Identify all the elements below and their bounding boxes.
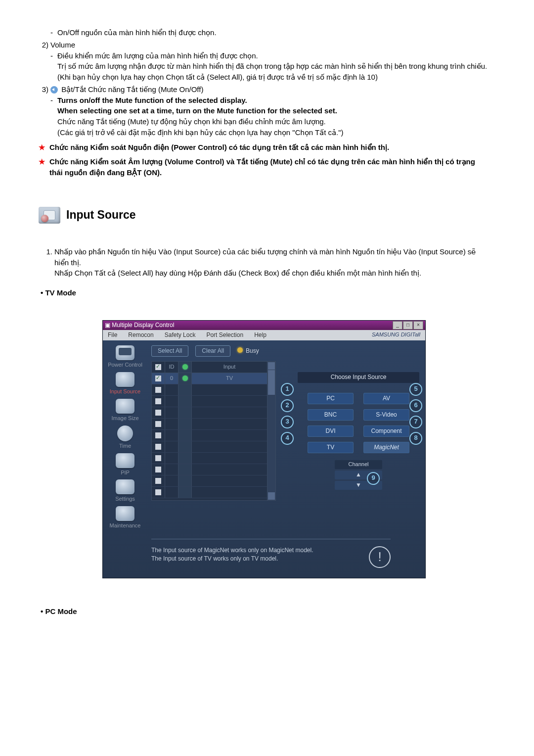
li1-b: Nhấp Chọn Tất cả (Select All) hay dùng H… xyxy=(54,268,490,279)
table-row[interactable] xyxy=(152,407,267,419)
item3-sub2: (Các giá trị trở về cài đặt mặc định khi… xyxy=(50,127,490,138)
col-id: ID xyxy=(165,362,178,373)
source-pc[interactable]: PC xyxy=(308,393,354,404)
input-source-side-icon xyxy=(116,372,134,387)
item2-dash: Điều khiển mức âm lượng của màn hình hiể… xyxy=(57,50,490,61)
menu-help[interactable]: Help xyxy=(254,331,267,339)
source-av[interactable]: AV xyxy=(363,393,409,404)
pc-mode-label: • PC Mode xyxy=(39,606,490,617)
callout-2: 2 xyxy=(281,399,294,412)
source-magicnet[interactable]: MagicNet xyxy=(363,442,409,453)
source-bnc[interactable]: BNC xyxy=(308,409,354,421)
grid-scrollbar[interactable] xyxy=(267,361,276,501)
row-checkbox[interactable] xyxy=(155,467,161,472)
list-item-2: 2) Volume -Điều khiển mức âm lượng của m… xyxy=(39,40,490,83)
pip-icon xyxy=(116,453,134,468)
dash: - xyxy=(50,95,57,106)
menu-port-selection[interactable]: Port Selection xyxy=(206,331,243,339)
tv-mode-label: • TV Mode xyxy=(39,287,490,298)
table-row[interactable] xyxy=(152,453,267,464)
menu-safety-lock[interactable]: Safety Lock xyxy=(165,331,196,339)
row-checkbox[interactable] xyxy=(155,410,161,416)
source-svideo[interactable]: S-Video xyxy=(363,409,409,421)
brand-label: SAMSUNG DIGITall xyxy=(372,331,420,339)
row-checkbox[interactable] xyxy=(155,455,161,461)
minimize-button[interactable]: _ xyxy=(393,321,402,330)
li1-a: Nhấp vào phần Nguồn tín hiệu Vào (Input … xyxy=(54,246,490,268)
sidebar-item-time[interactable]: Time xyxy=(104,425,146,450)
callout-5: 5 xyxy=(409,383,422,396)
table-row[interactable] xyxy=(152,419,267,430)
mute-icon xyxy=(50,86,58,94)
dash: - xyxy=(50,27,57,38)
list-item-3: 3) Bật/Tắt Chức năng Tắt tiếng (Mute On/… xyxy=(39,84,490,138)
row-checkbox[interactable] xyxy=(155,478,161,484)
maintenance-icon xyxy=(116,506,134,521)
row-checkbox[interactable] xyxy=(155,421,161,427)
input-source-panel: Choose Input Source PC AV BNC S-Video DV… xyxy=(298,372,419,490)
section-title: Input Source xyxy=(66,207,136,223)
row-checkbox[interactable] xyxy=(155,444,161,450)
input-source-icon xyxy=(39,207,60,224)
settings-icon xyxy=(116,479,134,494)
window-titlebar: ▣ Multiple Display Control _ □ × xyxy=(103,321,425,330)
item3-dash1: Turns on/off the Mute function of the se… xyxy=(57,95,490,106)
item2-title: Volume xyxy=(50,40,490,50)
sidebar-item-pip[interactable]: PIP xyxy=(104,453,146,477)
busy-indicator: Busy xyxy=(237,347,259,355)
item2-sub2: (Khi bạn hủy chọn lựa hay chọn Chọn tất … xyxy=(50,72,490,83)
num-2: 2) xyxy=(39,40,50,50)
warning-icon: ! xyxy=(369,546,391,568)
row-checkbox[interactable] xyxy=(155,376,161,381)
item3-dash2: When selecting one set at a time, turn o… xyxy=(50,105,490,116)
select-all-button[interactable]: Select All xyxy=(151,345,188,357)
star-note-2: ★ Chức năng Kiểm soát Âm lượng (Volume C… xyxy=(39,156,490,178)
table-row[interactable] xyxy=(152,487,267,498)
close-button[interactable]: × xyxy=(413,321,423,330)
clear-all-button[interactable]: Clear All xyxy=(195,345,230,357)
scroll-down-button[interactable] xyxy=(268,492,275,500)
source-component[interactable]: Component xyxy=(363,425,409,437)
table-row[interactable] xyxy=(152,384,267,396)
row-checkbox[interactable] xyxy=(155,489,161,495)
row-checkbox[interactable] xyxy=(155,387,161,393)
sidebar: Power Control Input Source Image Size Ti… xyxy=(104,342,146,576)
table-row[interactable] xyxy=(152,441,267,453)
col-status xyxy=(178,362,192,373)
text-onoff: On/Off nguồn của màn hình hiển thị được … xyxy=(57,27,490,38)
menu-remocon[interactable]: Remocon xyxy=(128,331,153,339)
sidebar-item-input-source[interactable]: Input Source xyxy=(104,372,146,396)
table-row[interactable] xyxy=(152,464,267,475)
channel-label: Channel xyxy=(335,460,382,469)
table-row[interactable] xyxy=(152,396,267,407)
star-note-1: ★ Chức năng Kiểm soát Nguồn điện (Power … xyxy=(39,142,490,153)
callout-6: 6 xyxy=(409,399,422,412)
source-tv[interactable]: TV xyxy=(308,442,354,453)
source-dvi[interactable]: DVI xyxy=(308,425,354,437)
col-input: Input xyxy=(192,362,267,373)
item3-sub1: Chức năng Tắt tiếng (Mute) tự động hủy c… xyxy=(50,116,490,127)
table-row[interactable] xyxy=(152,430,267,441)
panel-header: Choose Input Source xyxy=(298,372,419,383)
footer-note: The Input source of MagicNet works only … xyxy=(151,539,391,568)
row-checkbox[interactable] xyxy=(155,432,161,438)
maximize-button[interactable]: □ xyxy=(403,321,413,330)
scroll-thumb[interactable] xyxy=(268,370,275,395)
menubar: File Remocon Safety Lock Port Selection … xyxy=(103,330,425,340)
table-row[interactable] xyxy=(152,475,267,487)
table-row[interactable]: 0 TV xyxy=(152,373,267,384)
menu-file[interactable]: File xyxy=(108,331,117,339)
callout-7: 7 xyxy=(409,416,422,428)
star-icon: ★ xyxy=(39,156,49,167)
sidebar-item-image-size[interactable]: Image Size xyxy=(104,399,146,423)
row-checkbox[interactable] xyxy=(155,398,161,404)
scroll-up-button[interactable] xyxy=(268,362,275,370)
app-screenshot: ▣ Multiple Display Control _ □ × File Re… xyxy=(102,320,426,578)
sidebar-item-maintenance[interactable]: Maintenance xyxy=(104,506,146,530)
sidebar-item-power[interactable]: Power Control xyxy=(104,345,146,369)
col-check[interactable] xyxy=(152,362,165,373)
status-dot-icon xyxy=(182,376,188,381)
note-1: The Input source of MagicNet works only … xyxy=(151,546,313,555)
display-grid: ID Input 0 TV xyxy=(151,361,268,501)
sidebar-item-settings[interactable]: Settings xyxy=(104,479,146,503)
